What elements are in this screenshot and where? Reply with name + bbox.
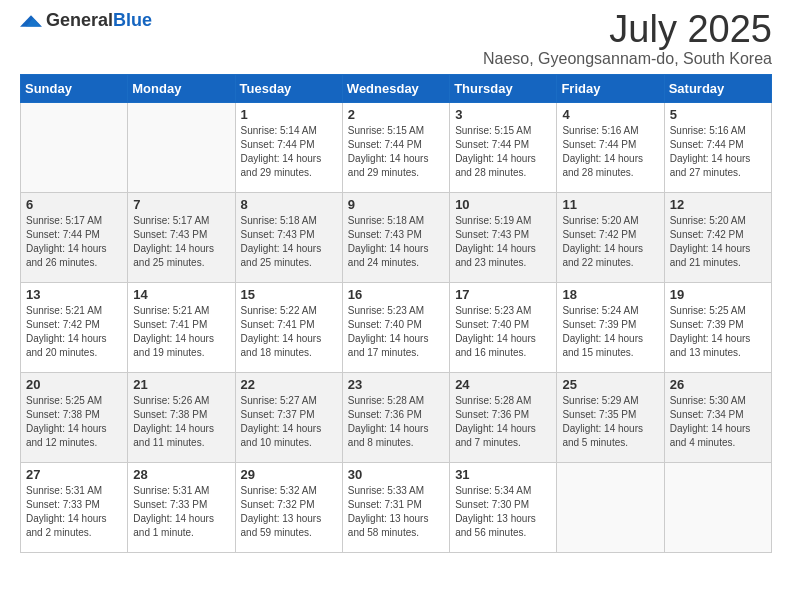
- calendar-day-cell: 3Sunrise: 5:15 AMSunset: 7:44 PMDaylight…: [450, 103, 557, 193]
- calendar-day-cell: 13Sunrise: 5:21 AMSunset: 7:42 PMDayligh…: [21, 283, 128, 373]
- day-number: 3: [455, 107, 551, 122]
- day-number: 9: [348, 197, 444, 212]
- day-number: 16: [348, 287, 444, 302]
- day-info: Sunrise: 5:31 AMSunset: 7:33 PMDaylight:…: [133, 484, 229, 540]
- calendar-day-cell: [664, 463, 771, 553]
- calendar-day-cell: 17Sunrise: 5:23 AMSunset: 7:40 PMDayligh…: [450, 283, 557, 373]
- calendar-day-cell: 18Sunrise: 5:24 AMSunset: 7:39 PMDayligh…: [557, 283, 664, 373]
- day-info: Sunrise: 5:25 AMSunset: 7:38 PMDaylight:…: [26, 394, 122, 450]
- day-info: Sunrise: 5:20 AMSunset: 7:42 PMDaylight:…: [562, 214, 658, 270]
- calendar-header-row: SundayMondayTuesdayWednesdayThursdayFrid…: [21, 75, 772, 103]
- weekday-header-sunday: Sunday: [21, 75, 128, 103]
- day-info: Sunrise: 5:17 AMSunset: 7:43 PMDaylight:…: [133, 214, 229, 270]
- calendar-day-cell: [128, 103, 235, 193]
- day-number: 4: [562, 107, 658, 122]
- calendar-day-cell: [21, 103, 128, 193]
- day-info: Sunrise: 5:18 AMSunset: 7:43 PMDaylight:…: [348, 214, 444, 270]
- calendar-week-row: 6Sunrise: 5:17 AMSunset: 7:44 PMDaylight…: [21, 193, 772, 283]
- calendar-day-cell: 9Sunrise: 5:18 AMSunset: 7:43 PMDaylight…: [342, 193, 449, 283]
- calendar-day-cell: 27Sunrise: 5:31 AMSunset: 7:33 PMDayligh…: [21, 463, 128, 553]
- day-info: Sunrise: 5:26 AMSunset: 7:38 PMDaylight:…: [133, 394, 229, 450]
- calendar-day-cell: 8Sunrise: 5:18 AMSunset: 7:43 PMDaylight…: [235, 193, 342, 283]
- day-number: 27: [26, 467, 122, 482]
- day-info: Sunrise: 5:14 AMSunset: 7:44 PMDaylight:…: [241, 124, 337, 180]
- weekday-header-monday: Monday: [128, 75, 235, 103]
- day-info: Sunrise: 5:19 AMSunset: 7:43 PMDaylight:…: [455, 214, 551, 270]
- calendar-day-cell: 30Sunrise: 5:33 AMSunset: 7:31 PMDayligh…: [342, 463, 449, 553]
- day-info: Sunrise: 5:28 AMSunset: 7:36 PMDaylight:…: [348, 394, 444, 450]
- calendar-day-cell: 7Sunrise: 5:17 AMSunset: 7:43 PMDaylight…: [128, 193, 235, 283]
- calendar-day-cell: 26Sunrise: 5:30 AMSunset: 7:34 PMDayligh…: [664, 373, 771, 463]
- day-number: 22: [241, 377, 337, 392]
- day-number: 17: [455, 287, 551, 302]
- weekday-header-friday: Friday: [557, 75, 664, 103]
- calendar-day-cell: 22Sunrise: 5:27 AMSunset: 7:37 PMDayligh…: [235, 373, 342, 463]
- day-info: Sunrise: 5:28 AMSunset: 7:36 PMDaylight:…: [455, 394, 551, 450]
- day-info: Sunrise: 5:32 AMSunset: 7:32 PMDaylight:…: [241, 484, 337, 540]
- day-number: 15: [241, 287, 337, 302]
- day-info: Sunrise: 5:25 AMSunset: 7:39 PMDaylight:…: [670, 304, 766, 360]
- day-info: Sunrise: 5:17 AMSunset: 7:44 PMDaylight:…: [26, 214, 122, 270]
- day-number: 26: [670, 377, 766, 392]
- calendar-day-cell: 21Sunrise: 5:26 AMSunset: 7:38 PMDayligh…: [128, 373, 235, 463]
- calendar-day-cell: [557, 463, 664, 553]
- calendar-day-cell: 4Sunrise: 5:16 AMSunset: 7:44 PMDaylight…: [557, 103, 664, 193]
- calendar-day-cell: 11Sunrise: 5:20 AMSunset: 7:42 PMDayligh…: [557, 193, 664, 283]
- day-number: 23: [348, 377, 444, 392]
- calendar-day-cell: 6Sunrise: 5:17 AMSunset: 7:44 PMDaylight…: [21, 193, 128, 283]
- day-info: Sunrise: 5:29 AMSunset: 7:35 PMDaylight:…: [562, 394, 658, 450]
- calendar-day-cell: 2Sunrise: 5:15 AMSunset: 7:44 PMDaylight…: [342, 103, 449, 193]
- calendar-day-cell: 10Sunrise: 5:19 AMSunset: 7:43 PMDayligh…: [450, 193, 557, 283]
- day-number: 25: [562, 377, 658, 392]
- calendar-day-cell: 23Sunrise: 5:28 AMSunset: 7:36 PMDayligh…: [342, 373, 449, 463]
- calendar-week-row: 1Sunrise: 5:14 AMSunset: 7:44 PMDaylight…: [21, 103, 772, 193]
- weekday-header-thursday: Thursday: [450, 75, 557, 103]
- calendar-day-cell: 12Sunrise: 5:20 AMSunset: 7:42 PMDayligh…: [664, 193, 771, 283]
- day-info: Sunrise: 5:15 AMSunset: 7:44 PMDaylight:…: [455, 124, 551, 180]
- calendar-day-cell: 5Sunrise: 5:16 AMSunset: 7:44 PMDaylight…: [664, 103, 771, 193]
- calendar-day-cell: 15Sunrise: 5:22 AMSunset: 7:41 PMDayligh…: [235, 283, 342, 373]
- calendar-week-row: 13Sunrise: 5:21 AMSunset: 7:42 PMDayligh…: [21, 283, 772, 373]
- calendar-week-row: 20Sunrise: 5:25 AMSunset: 7:38 PMDayligh…: [21, 373, 772, 463]
- day-number: 28: [133, 467, 229, 482]
- day-info: Sunrise: 5:31 AMSunset: 7:33 PMDaylight:…: [26, 484, 122, 540]
- day-info: Sunrise: 5:18 AMSunset: 7:43 PMDaylight:…: [241, 214, 337, 270]
- weekday-header-saturday: Saturday: [664, 75, 771, 103]
- day-info: Sunrise: 5:23 AMSunset: 7:40 PMDaylight:…: [348, 304, 444, 360]
- day-number: 10: [455, 197, 551, 212]
- day-number: 29: [241, 467, 337, 482]
- calendar-day-cell: 14Sunrise: 5:21 AMSunset: 7:41 PMDayligh…: [128, 283, 235, 373]
- logo-icon: [20, 12, 42, 30]
- day-number: 24: [455, 377, 551, 392]
- calendar-day-cell: 29Sunrise: 5:32 AMSunset: 7:32 PMDayligh…: [235, 463, 342, 553]
- day-number: 19: [670, 287, 766, 302]
- calendar-day-cell: 16Sunrise: 5:23 AMSunset: 7:40 PMDayligh…: [342, 283, 449, 373]
- month-title: July 2025: [483, 10, 772, 48]
- day-number: 30: [348, 467, 444, 482]
- page-header: GeneralBlue July 2025 Naeso, Gyeongsanna…: [20, 10, 772, 68]
- logo-general: General: [46, 10, 113, 30]
- day-number: 2: [348, 107, 444, 122]
- logo: GeneralBlue: [20, 10, 152, 31]
- calendar-day-cell: 1Sunrise: 5:14 AMSunset: 7:44 PMDaylight…: [235, 103, 342, 193]
- weekday-header-tuesday: Tuesday: [235, 75, 342, 103]
- day-number: 5: [670, 107, 766, 122]
- calendar-day-cell: 31Sunrise: 5:34 AMSunset: 7:30 PMDayligh…: [450, 463, 557, 553]
- day-info: Sunrise: 5:21 AMSunset: 7:41 PMDaylight:…: [133, 304, 229, 360]
- day-number: 7: [133, 197, 229, 212]
- calendar-day-cell: 24Sunrise: 5:28 AMSunset: 7:36 PMDayligh…: [450, 373, 557, 463]
- day-number: 31: [455, 467, 551, 482]
- day-number: 12: [670, 197, 766, 212]
- day-info: Sunrise: 5:24 AMSunset: 7:39 PMDaylight:…: [562, 304, 658, 360]
- day-info: Sunrise: 5:30 AMSunset: 7:34 PMDaylight:…: [670, 394, 766, 450]
- day-info: Sunrise: 5:16 AMSunset: 7:44 PMDaylight:…: [562, 124, 658, 180]
- day-info: Sunrise: 5:21 AMSunset: 7:42 PMDaylight:…: [26, 304, 122, 360]
- day-info: Sunrise: 5:34 AMSunset: 7:30 PMDaylight:…: [455, 484, 551, 540]
- day-number: 21: [133, 377, 229, 392]
- calendar-day-cell: 20Sunrise: 5:25 AMSunset: 7:38 PMDayligh…: [21, 373, 128, 463]
- day-info: Sunrise: 5:15 AMSunset: 7:44 PMDaylight:…: [348, 124, 444, 180]
- day-info: Sunrise: 5:33 AMSunset: 7:31 PMDaylight:…: [348, 484, 444, 540]
- day-number: 13: [26, 287, 122, 302]
- day-number: 1: [241, 107, 337, 122]
- location-title: Naeso, Gyeongsannam-do, South Korea: [483, 50, 772, 68]
